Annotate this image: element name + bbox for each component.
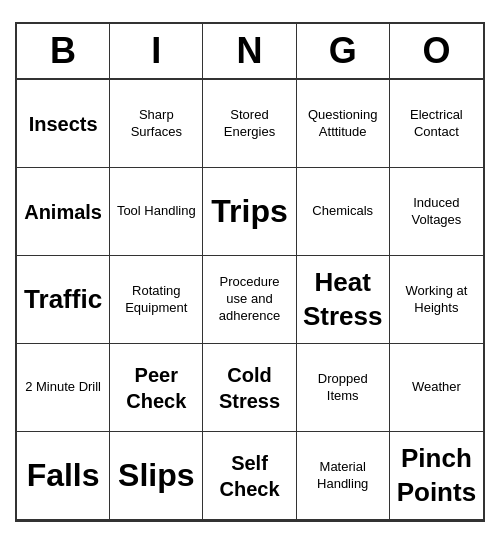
bingo-cell: Self Check: [203, 432, 296, 520]
cell-text: Dropped Items: [303, 371, 383, 405]
bingo-cell: Weather: [390, 344, 483, 432]
cell-text: 2 Minute Drill: [25, 379, 101, 396]
cell-text: Rotating Equipment: [116, 283, 196, 317]
bingo-cell: Animals: [17, 168, 110, 256]
bingo-cell: 2 Minute Drill: [17, 344, 110, 432]
cell-text: Working at Heights: [396, 283, 477, 317]
cell-text: Animals: [24, 199, 102, 225]
header-letter: I: [110, 24, 203, 78]
bingo-cell: Tool Handling: [110, 168, 203, 256]
cell-text: Electrical Contact: [396, 107, 477, 141]
cell-text: Trips: [211, 191, 287, 233]
bingo-cell: Chemicals: [297, 168, 390, 256]
bingo-grid: InsectsSharp SurfacesStored EnergiesQues…: [17, 80, 483, 520]
cell-text: Tool Handling: [117, 203, 196, 220]
bingo-cell: Questioning Atttitude: [297, 80, 390, 168]
bingo-cell: Working at Heights: [390, 256, 483, 344]
bingo-cell: Electrical Contact: [390, 80, 483, 168]
bingo-cell: Falls: [17, 432, 110, 520]
cell-text: Pinch Points: [396, 442, 477, 510]
header-letter: G: [297, 24, 390, 78]
cell-text: Stored Energies: [209, 107, 289, 141]
cell-text: Falls: [27, 455, 100, 497]
bingo-cell: Pinch Points: [390, 432, 483, 520]
bingo-cell: Induced Voltages: [390, 168, 483, 256]
cell-text: Heat Stress: [303, 266, 383, 334]
bingo-cell: Heat Stress: [297, 256, 390, 344]
cell-text: Slips: [118, 455, 194, 497]
bingo-cell: Dropped Items: [297, 344, 390, 432]
cell-text: Procedure use and adherence: [209, 274, 289, 325]
cell-text: Self Check: [209, 450, 289, 502]
cell-text: Peer Check: [116, 362, 196, 414]
bingo-cell: Material Handling: [297, 432, 390, 520]
cell-text: Induced Voltages: [396, 195, 477, 229]
bingo-cell: Rotating Equipment: [110, 256, 203, 344]
bingo-card: BINGO InsectsSharp SurfacesStored Energi…: [15, 22, 485, 522]
bingo-cell: Cold Stress: [203, 344, 296, 432]
cell-text: Traffic: [24, 283, 102, 317]
header-letter: B: [17, 24, 110, 78]
cell-text: Insects: [29, 111, 98, 137]
bingo-cell: Traffic: [17, 256, 110, 344]
cell-text: Chemicals: [312, 203, 373, 220]
header-letter: N: [203, 24, 296, 78]
cell-text: Cold Stress: [209, 362, 289, 414]
bingo-cell: Stored Energies: [203, 80, 296, 168]
cell-text: Weather: [412, 379, 461, 396]
bingo-cell: Insects: [17, 80, 110, 168]
bingo-cell: Peer Check: [110, 344, 203, 432]
bingo-cell: Slips: [110, 432, 203, 520]
bingo-cell: Sharp Surfaces: [110, 80, 203, 168]
bingo-header: BINGO: [17, 24, 483, 80]
header-letter: O: [390, 24, 483, 78]
bingo-cell: Trips: [203, 168, 296, 256]
bingo-cell: Procedure use and adherence: [203, 256, 296, 344]
cell-text: Sharp Surfaces: [116, 107, 196, 141]
cell-text: Questioning Atttitude: [303, 107, 383, 141]
cell-text: Material Handling: [303, 459, 383, 493]
